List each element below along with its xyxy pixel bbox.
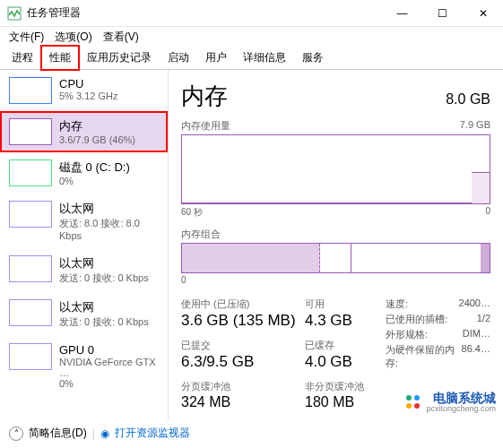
stat-cached-value: 4.0 GB: [305, 353, 386, 371]
sidebar-label: 以太网: [59, 255, 149, 271]
sidebar-detail: NVIDIA GeForce GTX …: [59, 357, 159, 378]
footer: ˄ 简略信息(D) | ◉ 打开资源监视器: [9, 426, 190, 441]
stat-paged-label: 分页缓冲池: [181, 380, 305, 393]
cpu-thumb-icon: [9, 77, 52, 104]
sidebar-item-disk[interactable]: 磁盘 0 (C: D:)0%: [0, 152, 168, 194]
stat-nonpaged-label: 非分页缓冲池: [305, 380, 386, 393]
stat-speed-value: 2400…: [459, 297, 490, 311]
maximize-button[interactable]: ☐: [422, 0, 463, 27]
tab-performance[interactable]: 性能: [41, 46, 79, 70]
stat-slots-label: 已使用的插槽:: [386, 313, 447, 326]
sidebar-label: 以太网: [59, 201, 159, 217]
open-resmon-link[interactable]: 打开资源监视器: [115, 426, 190, 441]
tab-startup[interactable]: 启动: [160, 46, 197, 70]
sidebar-item-ethernet-2[interactable]: 以太网发送: 0 接收: 0 Kbps: [0, 292, 168, 336]
tab-app-history[interactable]: 应用历史记录: [79, 46, 160, 70]
stat-inuse-label: 使用中 (已压缩): [181, 297, 305, 311]
sidebar-detail: 3.6/7.9 GB (46%): [59, 134, 135, 145]
menu-options[interactable]: 选项(O): [51, 28, 95, 47]
sidebar-detail: 5% 3.12 GHz: [59, 90, 117, 101]
composition-label: 内存组合: [181, 228, 490, 241]
sidebar-detail: 发送: 0 接收: 0 Kbps: [59, 271, 149, 285]
main-panel: 内存 8.0 GB 内存使用量7.9 GB 60 秒0 内存组合 0 使用中 (…: [169, 70, 503, 419]
usage-max: 7.9 GB: [460, 119, 490, 133]
stat-reserved-value: 86.4…: [462, 343, 490, 370]
sidebar-item-ethernet-1[interactable]: 以太网发送: 0 接收: 0 Kbps: [0, 248, 168, 292]
content: CPU5% 3.12 GHz 内存3.6/7.9 GB (46%) 磁盘 0 (…: [0, 70, 503, 419]
tab-processes[interactable]: 进程: [4, 46, 41, 70]
stat-speed-label: 速度:: [386, 297, 408, 311]
stat-nonpaged-value: 180 MB: [305, 394, 386, 410]
menubar: 文件(F) 选项(O) 查看(V): [0, 27, 503, 47]
stat-available-label: 可用: [305, 297, 386, 311]
tab-bar: 进程 性能 应用历史记录 启动 用户 详细信息 服务: [0, 47, 503, 70]
menu-view[interactable]: 查看(V): [100, 28, 143, 47]
stat-committed-label: 已提交: [181, 339, 305, 352]
net-thumb-icon: [9, 201, 52, 228]
menu-file[interactable]: 文件(F): [5, 28, 48, 47]
sidebar-detail: 0%: [59, 378, 159, 389]
sidebar-detail: 0%: [59, 176, 130, 186]
window-controls: — ☐ ✕: [382, 0, 503, 27]
fewer-details-link[interactable]: 简略信息(D): [29, 426, 87, 441]
sidebar-label: 以太网: [59, 299, 149, 315]
axis-right: 0: [485, 206, 490, 219]
tab-users[interactable]: 用户: [197, 46, 235, 70]
stat-reserved-label: 为硬件保留的内存:: [386, 343, 462, 370]
app-icon: [7, 6, 22, 21]
window-title: 任务管理器: [27, 5, 382, 21]
sidebar-item-memory[interactable]: 内存3.6/7.9 GB (46%): [0, 111, 168, 152]
sidebar-label: GPU 0: [59, 343, 159, 357]
gpu-thumb-icon: [9, 343, 52, 370]
svg-point-3: [406, 403, 412, 409]
net-thumb-icon: [9, 255, 52, 282]
svg-point-1: [406, 395, 412, 401]
sidebar-label: CPU: [59, 77, 117, 90]
minimize-button[interactable]: —: [382, 0, 422, 27]
axis-left: 60 秒: [181, 206, 203, 219]
stat-cached-label: 已缓存: [305, 339, 386, 352]
close-button[interactable]: ✕: [463, 0, 503, 27]
stat-available-value: 4.3 GB: [305, 312, 386, 330]
stat-inuse-value: 3.6 GB (135 MB): [181, 312, 305, 330]
svg-point-4: [414, 403, 420, 409]
memory-thumb-icon: [9, 118, 52, 145]
net-thumb-icon: [9, 299, 52, 326]
titlebar: 任务管理器 — ☐ ✕: [0, 0, 503, 27]
sidebar-item-ethernet-0[interactable]: 以太网发送: 8.0 接收: 8.0 Kbps: [0, 194, 168, 248]
sidebar-detail: 发送: 0 接收: 0 Kbps: [59, 315, 149, 329]
usage-label: 内存使用量: [181, 119, 230, 133]
sidebar-item-cpu[interactable]: CPU5% 3.12 GHz: [0, 70, 168, 111]
watermark: 电脑系统城 pcxitongcheng.com: [426, 392, 496, 414]
memory-composition-bar: [181, 243, 490, 273]
stat-committed-value: 6.3/9.5 GB: [181, 353, 305, 371]
stat-slots-value: 1/2: [477, 313, 490, 326]
sidebar-label: 内存: [59, 118, 135, 134]
axis-zero: 0: [181, 275, 186, 285]
memory-total: 8.0 GB: [446, 91, 490, 108]
stat-paged-value: 324 MB: [181, 394, 305, 410]
sidebar-label: 磁盘 0 (C: D:): [59, 159, 130, 176]
memory-usage-chart: [181, 134, 490, 204]
tab-services[interactable]: 服务: [294, 46, 332, 70]
svg-point-2: [414, 395, 420, 401]
chevron-up-icon[interactable]: ˄: [9, 426, 23, 441]
stat-form-label: 外形规格:: [386, 328, 428, 341]
tab-details[interactable]: 详细信息: [235, 46, 294, 70]
sidebar-item-gpu[interactable]: GPU 0NVIDIA GeForce GTX …0%: [0, 336, 168, 396]
sidebar-detail: 发送: 8.0 接收: 8.0 Kbps: [59, 217, 159, 241]
stat-form-value: DIM…: [463, 328, 490, 341]
page-title: 内存: [181, 81, 228, 112]
disk-thumb-icon: [9, 159, 52, 186]
resmon-icon: ◉: [100, 427, 109, 440]
sidebar: CPU5% 3.12 GHz 内存3.6/7.9 GB (46%) 磁盘 0 (…: [0, 70, 169, 419]
